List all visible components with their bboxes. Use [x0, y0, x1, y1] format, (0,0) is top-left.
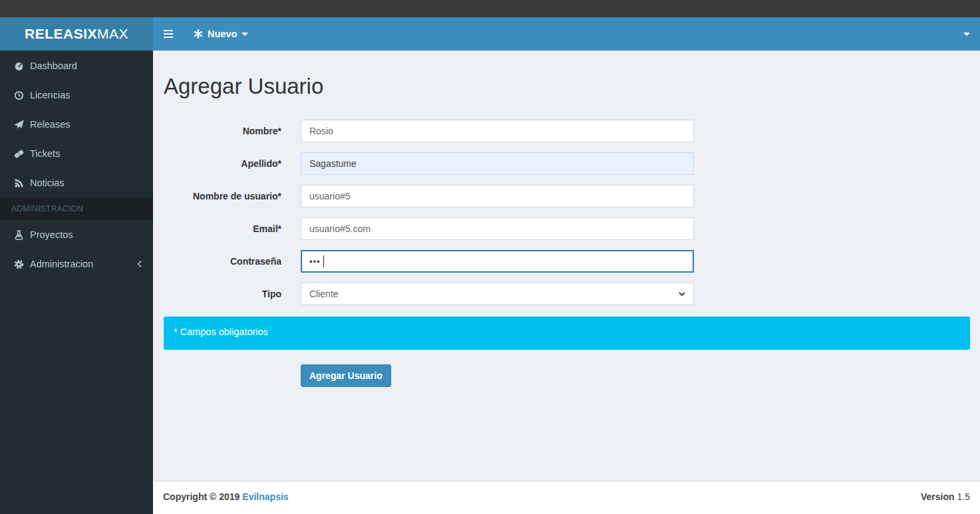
field-label-tipo: Tipo [164, 289, 281, 299]
required-fields-notice: * Campos obligatorios [164, 317, 970, 350]
top-dark-strip [0, 0, 980, 17]
sidebar-item-label: Administracion [30, 259, 93, 269]
clock-icon [13, 90, 24, 100]
sidebar-item-noticias[interactable]: Noticias [0, 168, 153, 197]
caret-down-icon [242, 33, 248, 36]
field-label-nombre: Nombre* [164, 126, 281, 136]
logo-light-text: MAX [97, 26, 128, 42]
sidebar-toggle-button[interactable] [153, 17, 184, 51]
sidebar-item-label: Dashboard [30, 61, 77, 71]
chevron-left-icon [136, 260, 143, 268]
sidebar: Dashboard Licencias Releases Tickets Not… [0, 51, 153, 514]
form-field-apellido: Apellido* [164, 152, 970, 175]
page-title: Agregar Usuario [164, 74, 970, 99]
sidebar-item-proyectos[interactable]: Proyectos [0, 220, 153, 249]
logo-bold-text: RELEASIX [25, 26, 97, 42]
sidebar-section-header: ADMINISTRACION [0, 197, 153, 220]
tachometer-icon [13, 61, 24, 71]
paper-plane-icon [13, 119, 24, 130]
form-field-nombre: Nombre* [164, 120, 970, 142]
evilnapsis-link[interactable]: Evilnapsis [242, 491, 288, 502]
caret-down-icon [963, 33, 970, 36]
asterisk-icon [194, 29, 203, 39]
form-field-tipo: Tipo Cliente [164, 283, 970, 305]
sidebar-item-label: Proyectos [30, 229, 73, 240]
sidebar-item-label: Noticias [30, 178, 65, 188]
sidebar-item-administracion[interactable]: Administracion [0, 249, 153, 279]
nombre-input[interactable] [301, 120, 694, 142]
content-area: Agregar Usuario Nombre* Apellido* Nombre… [153, 51, 980, 481]
field-label-email: Email* [164, 223, 281, 234]
sidebar-item-licencias[interactable]: Licencias [0, 80, 153, 110]
version-value: 1.5 [957, 491, 970, 502]
field-label-password: Contraseña [164, 256, 281, 267]
form-field-email: Email* [164, 217, 970, 240]
sidebar-item-label: Releases [30, 119, 70, 130]
flask-icon [13, 229, 24, 240]
agregar-usuario-button[interactable]: Agregar Usuario [301, 364, 391, 387]
page-footer: Copyright © 2019Evilnapsis Version1.5 [153, 481, 980, 514]
field-label-username: Nombre de usuario* [164, 191, 281, 201]
version-label: Version [921, 491, 955, 502]
form-field-password: Contraseña [164, 250, 970, 273]
tipo-select[interactable]: Cliente [301, 283, 694, 305]
password-input[interactable] [301, 250, 694, 273]
username-input[interactable] [301, 185, 694, 207]
text-cursor [323, 255, 324, 267]
user-dropdown-toggle[interactable] [953, 17, 980, 51]
hamburger-menu-icon [163, 29, 174, 39]
copyright-text: Copyright © 2019 [163, 491, 240, 502]
email-input[interactable] [301, 217, 694, 240]
ticket-icon [13, 148, 24, 159]
form-field-username: Nombre de usuario* [164, 185, 970, 207]
copyright: Copyright © 2019Evilnapsis [163, 491, 289, 504]
sidebar-item-label: Tickets [30, 148, 60, 159]
nuevo-dropdown-button[interactable]: Nuevo [184, 17, 258, 51]
nuevo-label: Nuevo [208, 29, 237, 39]
top-navbar: Nuevo [153, 17, 980, 51]
app-logo[interactable]: RELEASIXMAX [0, 17, 153, 51]
main-header: RELEASIXMAX Nuevo [0, 17, 980, 51]
gear-icon [13, 259, 24, 269]
rss-icon [13, 178, 24, 188]
sidebar-item-releases[interactable]: Releases [0, 110, 153, 139]
sidebar-item-label: Licencias [30, 90, 70, 100]
sidebar-item-dashboard[interactable]: Dashboard [0, 51, 153, 80]
chevron-down-icon [678, 290, 686, 298]
tipo-selected-value: Cliente [309, 289, 339, 299]
field-label-apellido: Apellido* [164, 158, 281, 169]
version: Version1.5 [921, 491, 970, 504]
sidebar-item-tickets[interactable]: Tickets [0, 139, 153, 168]
apellido-input[interactable] [301, 152, 694, 175]
